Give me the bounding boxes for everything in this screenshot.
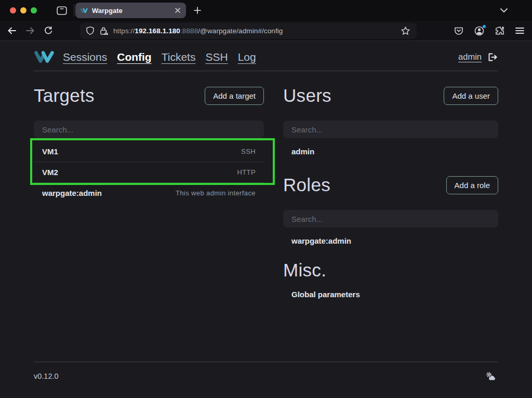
users-title: Users	[283, 85, 331, 107]
pocket-icon[interactable]	[453, 25, 464, 36]
warpgate-favicon	[80, 8, 88, 14]
browser-toolbar: https://192.168.1.180:8888/@warpgate/adm…	[0, 21, 532, 41]
tab-list-chevron-down-icon[interactable]	[500, 8, 508, 12]
url-bar[interactable]: https://192.168.1.180:8888/@warpgate/adm…	[80, 23, 417, 39]
site-header: Sessions Config Tickets SSH Log admin	[34, 41, 498, 71]
toolbar-right-icons	[453, 25, 532, 37]
target-row-vm1[interactable]: VM1 SSH	[34, 141, 264, 162]
nav-link-log[interactable]: Log	[238, 51, 256, 63]
site-footer: v0.12.0	[34, 362, 498, 398]
target-row-vm2[interactable]: VM2 HTTP	[34, 162, 264, 183]
warpgate-admin-page: Sessions Config Tickets SSH Log admin Ta…	[0, 41, 532, 398]
back-icon[interactable]	[5, 25, 19, 36]
target-kind: SSH	[241, 148, 256, 155]
url-scheme: https://	[113, 27, 135, 35]
sidebar-toggle-icon[interactable]	[57, 6, 67, 15]
current-user-link[interactable]: admin	[458, 52, 482, 62]
header-user-area: admin	[458, 52, 498, 62]
roles-title: Roles	[283, 174, 330, 196]
roles-search-input[interactable]	[283, 210, 498, 228]
target-description: This web admin interface	[176, 189, 256, 197]
target-name: VM1	[42, 147, 58, 156]
new-tab-icon[interactable]	[193, 6, 202, 15]
url-port: :8888	[180, 27, 198, 35]
url-path: /@warpgate/admin#/config	[198, 27, 283, 35]
bookmark-star-icon[interactable]	[400, 25, 411, 36]
right-column: Users Add a user admin Roles Add a role	[283, 85, 498, 304]
misc-section: Misc. Global parameters	[283, 259, 498, 304]
gear-cloud-icon[interactable]	[484, 370, 498, 382]
add-role-button[interactable]: Add a role	[446, 176, 498, 194]
browser-tab-bar: Warpgate	[0, 0, 532, 21]
reload-icon[interactable]	[42, 24, 55, 37]
menu-hamburger-icon[interactable]	[514, 26, 525, 35]
targets-title: Targets	[34, 85, 95, 107]
minimize-window-button[interactable]	[20, 7, 26, 14]
target-name: VM2	[42, 168, 58, 177]
targets-search-input[interactable]	[34, 121, 264, 138]
misc-item-name: Global parameters	[291, 290, 360, 299]
forward-icon[interactable]	[23, 25, 37, 36]
users-section: Users Add a user admin	[283, 85, 498, 162]
add-user-button[interactable]: Add a user	[444, 87, 498, 105]
macos-traffic-lights	[0, 7, 37, 14]
url-host: 192.168.1.180	[135, 27, 180, 35]
connection-lock-warning-icon[interactable]	[99, 26, 109, 35]
version-label: v0.12.0	[34, 372, 59, 380]
target-row-warpgate-admin[interactable]: warpgate:admin This web admin interface	[34, 183, 264, 203]
nav-link-tickets[interactable]: Tickets	[162, 51, 196, 63]
browser-tab-warpgate[interactable]: Warpgate	[75, 3, 186, 18]
target-name: warpgate:admin	[42, 189, 102, 197]
highlighted-targets: VM1 SSH VM2 HTTP	[34, 141, 264, 183]
tab-separator	[74, 5, 74, 16]
targets-section: Targets Add a target VM1 SSH VM2 HTTP	[34, 85, 264, 304]
account-notification-dot	[482, 24, 486, 29]
logout-icon[interactable]	[487, 52, 498, 62]
roles-section: Roles Add a role warpgate:admin	[283, 174, 498, 251]
extensions-puzzle-icon[interactable]	[494, 25, 506, 36]
user-name: admin	[291, 147, 314, 156]
warpgate-logo	[34, 50, 55, 64]
role-name: warpgate:admin	[291, 236, 351, 245]
add-target-button[interactable]: Add a target	[205, 87, 264, 105]
user-row-admin[interactable]: admin	[283, 141, 498, 162]
global-parameters-row[interactable]: Global parameters	[283, 284, 498, 304]
tab-title: Warpgate	[92, 7, 170, 15]
users-search-input[interactable]	[283, 121, 498, 138]
account-icon[interactable]	[473, 25, 485, 37]
role-row-warpgate-admin[interactable]: warpgate:admin	[283, 231, 498, 251]
close-tab-icon[interactable]	[174, 7, 181, 14]
zoom-window-button[interactable]	[31, 7, 37, 14]
target-kind: HTTP	[237, 168, 256, 176]
targets-list: VM1 SSH VM2 HTTP warpgate:admin This web…	[34, 141, 264, 203]
nav-link-config[interactable]: Config	[117, 51, 151, 63]
nav-link-ssh[interactable]: SSH	[205, 51, 228, 63]
misc-title: Misc.	[283, 259, 326, 281]
config-columns: Targets Add a target VM1 SSH VM2 HTTP	[34, 85, 498, 304]
close-window-button[interactable]	[10, 7, 16, 14]
main-nav: Sessions Config Tickets SSH Log	[63, 51, 256, 63]
nav-link-sessions[interactable]: Sessions	[63, 51, 107, 63]
url-text[interactable]: https://192.168.1.180:8888/@warpgate/adm…	[113, 27, 400, 35]
tracking-protection-shield-icon[interactable]	[86, 26, 95, 35]
